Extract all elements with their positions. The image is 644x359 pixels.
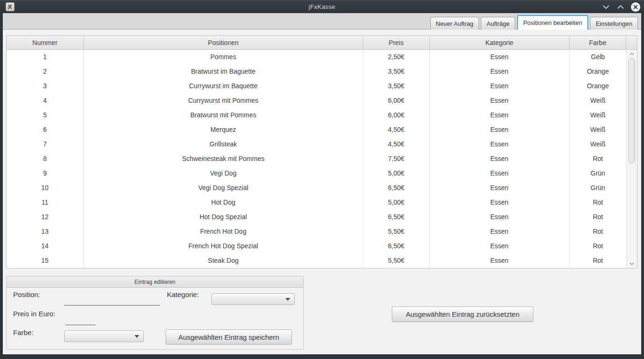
table-cell: 7,50€: [363, 152, 430, 166]
table-cell: Essen: [430, 50, 570, 64]
table-cell: 7: [7, 137, 84, 152]
tab-positionen-bearbeiten[interactable]: Positionen bearbeiten: [517, 15, 588, 30]
table-scrollbar[interactable]: [626, 50, 637, 268]
scroll-up-icon[interactable]: [627, 51, 637, 57]
save-entry-button[interactable]: Ausgewählten Eintrag speichern: [165, 329, 292, 344]
table-header: NummerPositionenPreisKategorieFarbe: [7, 36, 637, 50]
table-row[interactable]: 1Pommes2,50€EssenGelb: [7, 50, 626, 64]
table-cell: Essen: [430, 195, 570, 210]
table-cell: Merquez: [84, 122, 363, 137]
table-cell: Weiß: [569, 137, 626, 152]
table-row[interactable]: 2Bratwurst im Baguette3,50€EssenOrange: [7, 64, 626, 79]
table-row[interactable]: 3Currywurst im Baquette3,50€EssenOrange: [7, 79, 626, 93]
table-cell: 4: [7, 93, 84, 108]
table-cell: Steak Dog: [84, 253, 363, 268]
table-cell: Essen: [430, 181, 570, 195]
table-cell: Rot: [569, 152, 626, 166]
table-cell: 13: [7, 224, 84, 239]
table-row[interactable]: 15Steak Dog5,50€EssenRot: [7, 253, 626, 268]
table-cell: 3,50€: [363, 64, 430, 79]
column-header-farbe[interactable]: Farbe: [569, 36, 626, 50]
table-cell: Essen: [430, 239, 570, 253]
table-row[interactable]: 7Grillsteak4,50€EssenWeiß: [7, 137, 626, 152]
table-cell: 1: [7, 50, 84, 64]
table-cell: 12: [7, 210, 84, 224]
table-cell: Essen: [430, 152, 570, 166]
table-cell: Hot Dog: [84, 195, 363, 210]
kategorie-label: Kategorie:: [167, 290, 199, 298]
minimize-icon[interactable]: [602, 3, 610, 11]
table-cell: Essen: [430, 210, 570, 224]
table-cell: 5,50€: [363, 253, 430, 268]
table-cell: Weiß: [569, 108, 626, 122]
table-cell: Bratwurst im Baguette: [84, 64, 363, 79]
table-cell: 3,50€: [363, 79, 430, 93]
table-cell: Pommes: [84, 50, 363, 64]
table-row[interactable]: 12Hot Dog Spezial6,50€EssenRot: [7, 210, 626, 224]
table-cell: 9: [7, 166, 84, 181]
reset-entry-button[interactable]: Ausgewählten Eintrag zurücksetzten: [392, 306, 533, 322]
table-row[interactable]: 4Currywurst mit Pommes6,00€EssenWeiß: [7, 93, 626, 108]
table-row[interactable]: 13French Hot Dog5,50€EssenRot: [7, 224, 626, 239]
table-row[interactable]: 11Hot Dog5,00€EssenRot: [7, 195, 626, 210]
table-cell: 6,50€: [363, 239, 430, 253]
tab-bar: Neuer AuftragAufträgePositionen bearbeit…: [3, 13, 641, 30]
position-label: Position:: [13, 290, 40, 298]
table-cell: Schweinesteak mit Pommes: [84, 152, 363, 166]
table-row[interactable]: 9Vegi Dog5,00€EssenGrün: [7, 166, 626, 181]
table-cell: Grün: [569, 181, 626, 195]
table-cell: Essen: [430, 137, 570, 152]
scrollbar-thumb[interactable]: [629, 58, 635, 163]
table-cell: Hot Dog Spezial: [84, 210, 363, 224]
column-header-kategorie[interactable]: Kategorie: [430, 36, 570, 50]
table-row[interactable]: 6Merquez4,50€EssenWeiß: [7, 122, 626, 137]
table-row[interactable]: 14French Hot Dog Spezial6,50€EssenRot: [7, 239, 626, 253]
titlebar[interactable]: jFxKasse: [0, 0, 644, 13]
dropdown-arrow-icon: [135, 335, 139, 338]
table-cell: Vegi Dog Spezial: [84, 181, 363, 195]
table-row[interactable]: 5Bratwurst mit Pommes6,00€EssenWeiß: [7, 108, 626, 122]
tab-einstellungen[interactable]: Einstellungen: [590, 17, 638, 30]
table-cell: Weiß: [569, 122, 626, 137]
table-cell: Essen: [430, 93, 570, 108]
table-cell: 14: [7, 239, 84, 253]
table-cell: Orange: [569, 64, 626, 79]
table-cell: 8: [7, 152, 84, 166]
table-cell: Rot: [569, 195, 626, 210]
farbe-dropdown[interactable]: [64, 330, 144, 342]
table-cell: 6,50€: [363, 181, 430, 195]
edit-panel: Eintrag editieren Position: Kategorie: P…: [6, 276, 304, 350]
position-input[interactable]: [64, 296, 160, 306]
table-row[interactable]: 10Vegi Dog Spezial6,50€EssenGrün: [7, 181, 626, 195]
table-cell: Rot: [569, 239, 626, 253]
tab-auftr-ge[interactable]: Aufträge: [481, 17, 515, 30]
table-cell: 6,50€: [363, 210, 430, 224]
table-cell: 6,00€: [363, 108, 430, 122]
column-header-preis[interactable]: Preis: [363, 36, 430, 50]
table-row[interactable]: 8Schweinesteak mit Pommes7,50€EssenRot: [7, 152, 626, 166]
table-cell: Essen: [430, 224, 570, 239]
table-cell: 11: [7, 195, 84, 210]
table-cell: 5,00€: [363, 166, 430, 181]
table-cell: Orange: [569, 79, 626, 93]
maximize-icon[interactable]: [616, 3, 625, 11]
scroll-down-icon[interactable]: [627, 260, 637, 267]
table-cell: 10: [7, 181, 84, 195]
table-cell: Weiß: [569, 93, 626, 108]
preis-input[interactable]: [65, 316, 96, 325]
table-cell: 2: [7, 64, 84, 79]
close-icon[interactable]: [631, 2, 640, 12]
tab-neuer-auftrag[interactable]: Neuer Auftrag: [430, 17, 479, 30]
window-content: Neuer AuftragAufträgePositionen bearbeit…: [3, 13, 641, 354]
table-cell: 5,50€: [363, 224, 430, 239]
farbe-label: Farbe:: [13, 328, 33, 336]
table-cell: Currywurst im Baquette: [84, 79, 363, 93]
column-header-positionen[interactable]: Positionen: [84, 36, 363, 50]
table-cell: Gelb: [569, 50, 626, 64]
kategorie-dropdown[interactable]: [211, 293, 295, 305]
table-cell: 5,00€: [363, 195, 430, 210]
table-cell: Rot: [569, 224, 626, 239]
window-controls: [602, 0, 640, 14]
column-header-nummer[interactable]: Nummer: [7, 36, 84, 50]
edit-panel-title: Eintrag editieren: [7, 276, 303, 288]
